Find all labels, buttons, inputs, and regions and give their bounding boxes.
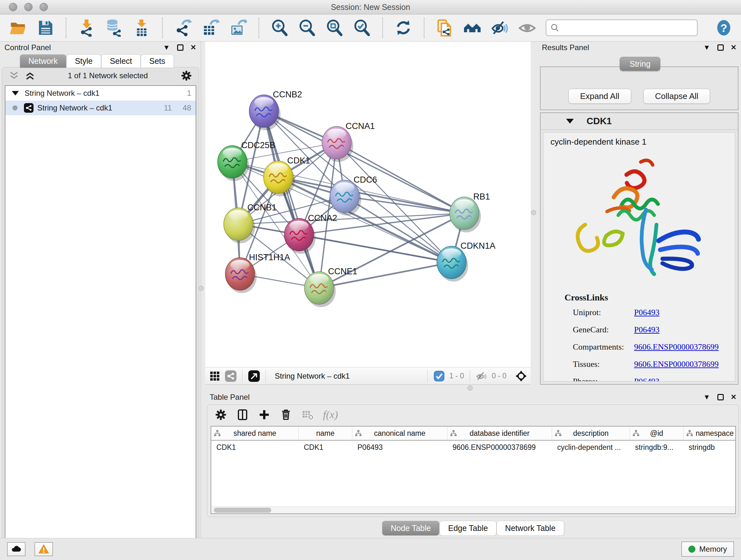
crosslink-value-link[interactable]: P06493: [634, 325, 659, 334]
create-column-icon[interactable]: [258, 408, 271, 421]
grid-view-icon[interactable]: [209, 370, 220, 382]
apply-layout-refresh-icon[interactable]: [394, 19, 412, 37]
table-panel-title: Table Panel: [210, 393, 250, 401]
hidden-items-eye-slash-icon[interactable]: [476, 370, 487, 382]
table-toolbar: f(x): [207, 405, 738, 425]
selected-nodes-checkbox-icon[interactable]: [433, 370, 445, 382]
panel-menu-icon[interactable]: ▼: [163, 44, 170, 51]
search-input[interactable]: [562, 23, 693, 32]
column-header-description[interactable]: description: [552, 427, 630, 440]
column-header-id[interactable]: @id: [630, 427, 684, 440]
table-header-row: shared namenamecanonical namedatabase id…: [211, 427, 735, 441]
panel-float-icon[interactable]: [177, 44, 184, 51]
footer-separator: [266, 370, 266, 382]
minimize-window-button[interactable]: [24, 3, 32, 11]
clone-network-icon[interactable]: [436, 19, 454, 37]
table-row[interactable]: CDK1CDK1P064939606.ENSP00000378699cyclin…: [211, 441, 735, 454]
crosslink-value-link[interactable]: P06493: [634, 308, 659, 317]
network-collection-row[interactable]: String Network – cdk1 1: [5, 86, 196, 101]
scrollbar-thumb[interactable]: [214, 508, 271, 513]
tab-node-table[interactable]: Node Table: [382, 521, 440, 536]
collapse-all-button[interactable]: Collapse All: [643, 89, 711, 104]
import-network-from-database-icon[interactable]: [105, 19, 123, 37]
export-network-icon[interactable]: [174, 19, 192, 37]
zoom-fit-icon[interactable]: [326, 19, 343, 37]
column-header-canonical-name[interactable]: canonical name: [352, 427, 448, 440]
tab-sets[interactable]: Sets: [141, 54, 174, 68]
tab-network[interactable]: Network: [20, 54, 66, 68]
zoom-in-icon[interactable]: [271, 19, 288, 37]
panel-menu-icon[interactable]: ▼: [703, 394, 711, 401]
zoom-out-icon[interactable]: [298, 19, 316, 37]
delete-column-trash-icon[interactable]: [280, 408, 292, 421]
collapse-all-networks-icon[interactable]: [24, 70, 36, 81]
gene-collapse-icon[interactable]: [566, 119, 574, 124]
first-neighbors-icon[interactable]: [463, 19, 481, 37]
crosslink-value-link[interactable]: 9606.ENSP00000378699: [634, 360, 719, 369]
panel-close-icon[interactable]: ✕: [191, 44, 196, 51]
network-tab-content: 1 of 1 Network selected String Network –…: [2, 67, 199, 560]
open-session-icon[interactable]: [9, 19, 27, 37]
show-columns-icon[interactable]: [236, 408, 249, 421]
tab-edge-table[interactable]: Edge Table: [440, 521, 496, 536]
panel-float-icon[interactable]: [718, 44, 724, 51]
network-row[interactable]: String Network – cdk1 11 48: [5, 101, 196, 115]
node-table: shared namenamecanonical namedatabase id…: [211, 426, 736, 514]
tab-network-table[interactable]: Network Table: [496, 521, 564, 536]
hide-selected-icon[interactable]: [491, 19, 509, 37]
network-options-gear-icon[interactable]: [180, 70, 192, 82]
node-HIST1H1A[interactable]: HIST1H1A: [225, 253, 290, 293]
network-canvas[interactable]: CCNB2CCNA1CDC25BCDK1CDC6RB1CCNB1CCNA2CDK…: [205, 42, 531, 367]
warnings-button[interactable]: [35, 542, 53, 556]
node-CCNA1[interactable]: CCNA1: [322, 121, 375, 162]
memory-button[interactable]: Memory: [681, 542, 734, 557]
node-CCNA2[interactable]: CCNA2: [284, 213, 337, 254]
crosslink-label: Pharos:: [573, 377, 634, 381]
crosslink-value-link[interactable]: 9606.ENSP00000378699: [634, 342, 719, 352]
tab-select[interactable]: Select: [101, 54, 140, 68]
svg-text:?: ?: [720, 22, 727, 34]
panel-menu-icon[interactable]: ▼: [703, 44, 711, 51]
column-header-namespace[interactable]: namespace: [684, 427, 736, 440]
save-session-icon[interactable]: [37, 19, 54, 37]
help-icon[interactable]: ?: [716, 19, 732, 36]
panel-float-icon[interactable]: [718, 394, 724, 400]
tab-string[interactable]: String: [620, 57, 660, 71]
column-header-database-identifier[interactable]: database identifier: [448, 427, 552, 440]
node-RB1[interactable]: RB1: [450, 192, 490, 233]
collection-expand-icon[interactable]: [12, 91, 19, 96]
expand-all-button[interactable]: Expand All: [568, 89, 631, 104]
hidden-counts: 0 - 0: [492, 372, 507, 380]
node-CDKN1A[interactable]: CDKN1A: [437, 241, 495, 282]
import-network-icon[interactable]: [78, 19, 96, 37]
detach-view-icon[interactable]: [248, 370, 260, 382]
right-splitter-handle[interactable]: [531, 210, 536, 215]
panel-close-icon[interactable]: ✕: [731, 44, 737, 51]
close-window-button[interactable]: [9, 3, 17, 11]
main-toolbar: ?: [0, 14, 741, 42]
birds-eye-crosshair-icon[interactable]: [515, 370, 527, 382]
export-table-icon[interactable]: [202, 19, 219, 37]
expand-all-networks-icon[interactable]: [9, 70, 19, 81]
warning-icon: [38, 543, 50, 555]
zoom-window-button[interactable]: [40, 3, 48, 11]
crosslinks-list: Uniprot:P06493GeneCard:P06493Compartment…: [564, 308, 735, 381]
table-options-gear-icon[interactable]: [214, 408, 227, 421]
import-table-icon[interactable]: [133, 19, 151, 37]
node-label-RB1: RB1: [473, 192, 490, 201]
panel-close-icon[interactable]: ✕: [731, 394, 737, 401]
horizontal-splitter-handle[interactable]: [468, 385, 473, 390]
crosslink-value-link[interactable]: P06493: [634, 377, 659, 381]
node-CCNE1[interactable]: CCNE1: [305, 266, 357, 307]
tab-style[interactable]: Style: [66, 54, 102, 68]
zoom-selected-icon[interactable]: [353, 19, 371, 37]
column-header-shared-name[interactable]: shared name: [211, 427, 299, 440]
network-view-icon[interactable]: [225, 370, 237, 382]
results-actions: Expand All Collapse All: [540, 66, 738, 110]
left-splitter-handle[interactable]: [199, 286, 204, 291]
column-header-name[interactable]: name: [299, 427, 352, 440]
cloud-status-button[interactable]: [7, 542, 25, 556]
network-view-toolbar: String Network – cdk1 1 - 0 0 - 0: [205, 367, 531, 385]
show-all-icon[interactable]: [518, 19, 536, 37]
export-image-icon[interactable]: [229, 19, 247, 37]
